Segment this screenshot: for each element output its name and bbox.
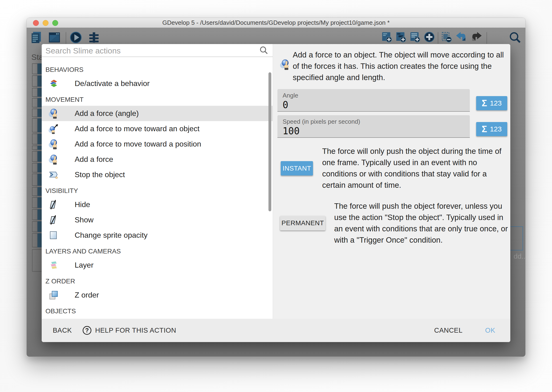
list-item-deactivate-behavior[interactable]: De/activate a behavior	[42, 76, 273, 91]
add-event-icon[interactable]	[381, 31, 393, 43]
event-condition-box	[32, 209, 38, 220]
add-circle-icon[interactable]	[423, 31, 435, 43]
search-icon	[259, 46, 269, 55]
event-condition-box	[32, 233, 38, 247]
help-icon: ?	[83, 326, 91, 335]
expression-123-label: 123	[490, 99, 502, 107]
search-input[interactable]	[45, 45, 250, 56]
list-item-z-order[interactable]: Z order	[42, 287, 273, 303]
preview-play-icon[interactable]	[69, 31, 83, 44]
speed-expression-button[interactable]: Σ 123	[476, 122, 507, 136]
force-icon	[48, 154, 59, 165]
speed-field[interactable]: Speed (in pixels per second) 100	[277, 115, 470, 138]
list-item-show[interactable]: Show	[42, 212, 273, 228]
speed-field-value[interactable]: 100	[283, 126, 300, 136]
section-label: LAYERS AND CAMERAS	[45, 248, 121, 255]
force-icon	[279, 59, 291, 70]
minimize-window-button[interactable]	[43, 20, 48, 26]
undo-icon[interactable]	[455, 31, 467, 43]
titlebar: GDevelop 5 - /Users/david/Documents/GDev…	[27, 18, 525, 28]
event-condition-box	[32, 133, 38, 144]
angle-field[interactable]: Angle 0	[277, 89, 470, 112]
action-label: Change sprite opacity	[75, 231, 148, 240]
list-item-add-force-angle[interactable]: Add a force (angle)	[42, 106, 273, 121]
traffic-lights	[33, 20, 58, 26]
event-condition-box	[32, 221, 38, 232]
action-list-pane: BEHAVIORS De/activate a behavior MOVEMEN…	[42, 44, 273, 319]
truncated-add-button: dd...	[514, 252, 526, 260]
action-list: BEHAVIORS De/activate a behavior MOVEMEN…	[42, 57, 273, 319]
action-label: Z order	[75, 291, 99, 299]
permanent-description: The force will push the object forever, …	[334, 201, 510, 246]
action-label: Stop the object	[75, 170, 125, 179]
section-label: OBJECTS	[45, 308, 76, 315]
event-condition-box	[32, 88, 38, 97]
event-condition-box	[32, 146, 38, 150]
event-condition-box	[32, 118, 38, 132]
hide-icon	[48, 199, 59, 210]
list-item-force-toward-object[interactable]: Add a force to move toward an object	[42, 121, 273, 136]
action-label: Add a force to move toward a position	[75, 140, 201, 148]
event-condition-box	[32, 151, 38, 162]
action-description: Add a force to an object. The object wil…	[293, 49, 509, 83]
show-icon	[48, 214, 59, 226]
action-label: Add a force	[75, 155, 113, 164]
help-button[interactable]: ? HELP FOR THIS ACTION	[83, 326, 176, 335]
list-item-force-toward-position[interactable]: Add a force to move toward a position	[42, 136, 273, 152]
force-toward-object-icon	[48, 123, 59, 134]
sigma-icon: Σ	[482, 98, 487, 108]
force-icon	[48, 139, 59, 150]
list-section-header: VISIBILITY	[42, 182, 273, 197]
instant-button[interactable]: INSTANT	[281, 161, 313, 175]
list-scrollbar[interactable]	[269, 72, 271, 211]
redo-icon[interactable]	[471, 31, 483, 43]
close-window-button[interactable]	[33, 20, 39, 26]
action-label: Layer	[75, 261, 94, 269]
list-item-hide[interactable]: Hide	[42, 197, 273, 212]
list-item-add-force[interactable]: Add a force	[42, 152, 273, 167]
events-sheet-icon[interactable]	[30, 31, 43, 44]
section-label: MOVEMENT	[45, 96, 84, 103]
event-condition-box	[32, 109, 38, 117]
permanent-button[interactable]: PERMANENT	[280, 216, 325, 230]
stop-object-icon	[48, 169, 59, 181]
behavior-icon	[48, 78, 59, 89]
help-button-label: HELP FOR THIS ACTION	[95, 327, 176, 334]
remove-event-icon[interactable]	[441, 31, 453, 43]
toolbar-divider	[438, 32, 438, 44]
list-item-stop-object[interactable]: Stop the object	[42, 167, 273, 182]
angle-field-label: Angle	[283, 92, 298, 99]
scene-editor-icon[interactable]	[48, 31, 61, 44]
event-condition-box	[32, 75, 38, 87]
cancel-button[interactable]: CANCEL	[434, 327, 462, 334]
add-subevent-icon[interactable]	[395, 31, 407, 43]
section-label: VISIBILITY	[45, 187, 78, 195]
toolbar-divider	[66, 32, 66, 44]
z-order-icon	[48, 289, 59, 301]
list-section-header: MOVEMENT	[42, 91, 273, 106]
action-label: Add a force to move toward an object	[75, 124, 200, 133]
ok-button[interactable]: OK	[485, 327, 495, 334]
sigma-icon: Σ	[482, 124, 487, 134]
event-condition-box	[32, 63, 38, 74]
section-label: BEHAVIORS	[45, 66, 83, 73]
back-button[interactable]: BACK	[53, 327, 72, 334]
list-item-layer[interactable]: Layer	[42, 258, 273, 273]
angle-expression-button[interactable]: Σ 123	[476, 96, 507, 110]
search-toolbar-icon[interactable]	[508, 31, 522, 44]
angle-field-value[interactable]: 0	[283, 99, 288, 110]
section-label: Z ORDER	[45, 278, 75, 285]
zoom-window-button[interactable]	[52, 20, 58, 26]
event-condition-box	[32, 174, 38, 186]
window-title: GDevelop 5 - /Users/david/Documents/GDev…	[162, 19, 389, 26]
action-label: Hide	[75, 200, 90, 209]
debug-icon[interactable]	[87, 31, 101, 44]
event-condition-box	[32, 197, 38, 208]
action-label: Add a force (angle)	[75, 109, 139, 118]
list-item-change-opacity[interactable]: Change sprite opacity	[42, 228, 273, 243]
speed-field-label: Speed (in pixels per second)	[283, 118, 360, 125]
add-comment-icon[interactable]	[409, 31, 421, 43]
action-label: Show	[75, 216, 94, 224]
opacity-icon	[48, 230, 59, 241]
force-icon	[48, 108, 59, 119]
